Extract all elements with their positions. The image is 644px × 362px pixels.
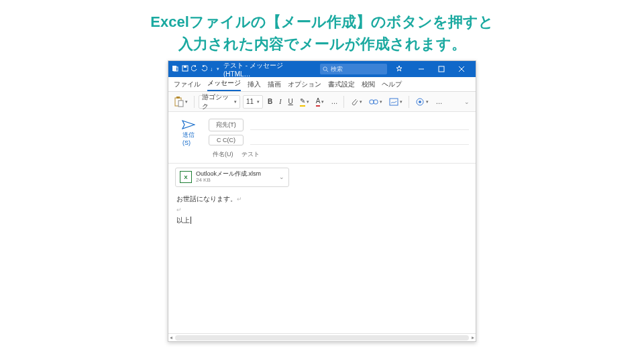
svg-rect-12 (178, 101, 183, 107)
redo-icon[interactable] (201, 65, 207, 73)
caption-line-1: Excelファイルの【メール作成】のボタンを押すと (0, 11, 644, 33)
search-box[interactable]: 検索 (320, 64, 387, 74)
subject-value[interactable]: テスト (241, 150, 260, 159)
highlight-icon: ✎ (300, 97, 305, 107)
font-color-icon: A (316, 97, 321, 107)
send-icon (182, 120, 195, 129)
titlebar: ↓ ▾ テスト - メッセージ (HTML… 検索 (168, 61, 476, 77)
font-color-button[interactable]: A ▾ (314, 95, 327, 109)
tab-message[interactable]: メッセージ (207, 76, 241, 91)
chevron-down-icon: ▾ (380, 99, 382, 105)
link-button[interactable]: ▾ (367, 95, 384, 109)
chevron-down-icon: ▾ (185, 99, 188, 105)
ribbon-toolbar: ▾ 游ゴシック ▾ 11 ▾ B I U ✎ ▾ A ▾ … ▾ ▾ (168, 92, 476, 112)
svg-rect-15 (390, 99, 398, 105)
svg-rect-13 (370, 100, 374, 104)
chevron-down-icon: ▾ (257, 99, 260, 105)
underline-button[interactable]: U (286, 95, 295, 109)
svg-rect-0 (172, 66, 176, 71)
send-button[interactable]: 送信(S) (176, 119, 201, 147)
format-more[interactable]: … (329, 95, 339, 109)
svg-rect-3 (184, 66, 186, 68)
chevron-down-icon: ▾ (234, 99, 237, 105)
scroll-track[interactable] (175, 335, 469, 341)
send-label: 送信(S) (182, 131, 195, 146)
cc-field[interactable] (250, 135, 469, 145)
tab-help[interactable]: ヘルプ (382, 78, 402, 91)
scroll-left-icon[interactable]: ◂ (170, 335, 172, 341)
save-icon[interactable] (182, 65, 189, 73)
highlight-button[interactable]: ✎ ▾ (298, 95, 311, 109)
font-size-value: 11 (246, 98, 254, 105)
subject-label: 件名(U) (213, 150, 233, 159)
tab-format[interactable]: 書式設定 (328, 78, 355, 91)
scroll-right-icon[interactable]: ▸ (472, 335, 474, 341)
attachment-menu-icon[interactable]: ⌄ (279, 174, 284, 180)
excel-icon: X (180, 171, 192, 183)
close-button[interactable] (451, 61, 472, 77)
tab-options[interactable]: オプション (288, 78, 321, 91)
quick-access: ↓ ▾ (172, 65, 219, 73)
bold-button[interactable]: B (266, 95, 274, 109)
minimize-button[interactable] (411, 61, 431, 77)
chevron-down-icon: ▾ (360, 99, 362, 105)
tab-insert[interactable]: 挿入 (248, 78, 261, 91)
chevron-down-icon: ▾ (307, 99, 309, 105)
chevron-down-icon: ▾ (400, 99, 402, 105)
tab-file[interactable]: ファイル (174, 78, 201, 91)
down-icon[interactable]: ↓ (210, 66, 213, 72)
body-line-2: ↵ (176, 204, 468, 215)
more-commands[interactable]: … (433, 95, 444, 109)
cc-button[interactable]: C C(C) (209, 135, 244, 145)
undo-icon[interactable] (191, 65, 198, 73)
window-title: テスト - メッセージ (HTML… (223, 61, 309, 78)
search-icon (323, 66, 329, 72)
body-line-1: お世話になります。↵ (176, 194, 468, 204)
caption-line-2: 入力された内容でメールが作成されます。 (0, 33, 644, 55)
window-buttons (411, 61, 472, 77)
qa-more-icon[interactable]: ▾ (217, 66, 219, 72)
signature-button[interactable]: ▾ (387, 95, 405, 109)
tab-draw[interactable]: 描画 (268, 78, 281, 91)
body-line-3: 以上 (176, 215, 468, 226)
font-name-value: 游ゴシック (202, 93, 233, 111)
font-size-combo[interactable]: 11 ▾ (243, 95, 263, 109)
message-body[interactable]: お世話になります。↵ ↵ 以上 (168, 191, 476, 333)
italic-button[interactable]: I (277, 95, 283, 109)
coming-soon-icon[interactable] (395, 65, 403, 73)
tab-review[interactable]: 校閲 (362, 78, 375, 91)
paste-button[interactable]: ▾ (172, 95, 190, 109)
attachment-size: 24 KB (196, 178, 261, 184)
font-name-combo[interactable]: 游ゴシック ▾ (199, 95, 240, 109)
to-button[interactable]: 宛先(T) (209, 119, 244, 131)
sensitivity-button[interactable]: ▾ (413, 95, 431, 109)
attachment-chip[interactable]: X Outlookメール作成.xlsm 24 KB ⌄ (175, 168, 289, 187)
ribbon-tabs: ファイル メッセージ 挿入 描画 オプション 書式設定 校閲 ヘルプ (168, 77, 476, 92)
maximize-button[interactable] (431, 61, 451, 77)
outlook-icon (172, 65, 179, 73)
chevron-down-icon: ▾ (426, 99, 429, 105)
chevron-down-icon: ▾ (321, 99, 324, 105)
horizontal-scrollbar[interactable]: ◂ ▸ (168, 333, 476, 341)
svg-rect-14 (374, 100, 378, 104)
outlook-compose-window: ↓ ▾ テスト - メッセージ (HTML… 検索 ファイル メッセージ 挿入 … (168, 60, 476, 342)
page-caption: Excelファイルの【メール作成】のボタンを押すと 入力された内容でメールが作成… (0, 0, 644, 55)
svg-rect-7 (439, 66, 444, 72)
svg-line-5 (326, 70, 328, 72)
attach-file-button[interactable]: ▾ (348, 95, 364, 109)
compose-header: 送信(S) 宛先(T) C C(C) 件名(U) テスト (168, 112, 476, 164)
search-placeholder: 検索 (331, 65, 343, 74)
svg-rect-11 (176, 97, 180, 99)
ribbon-collapse-icon[interactable]: ⌄ (462, 95, 472, 109)
to-field[interactable] (250, 121, 469, 130)
svg-point-17 (419, 101, 421, 103)
